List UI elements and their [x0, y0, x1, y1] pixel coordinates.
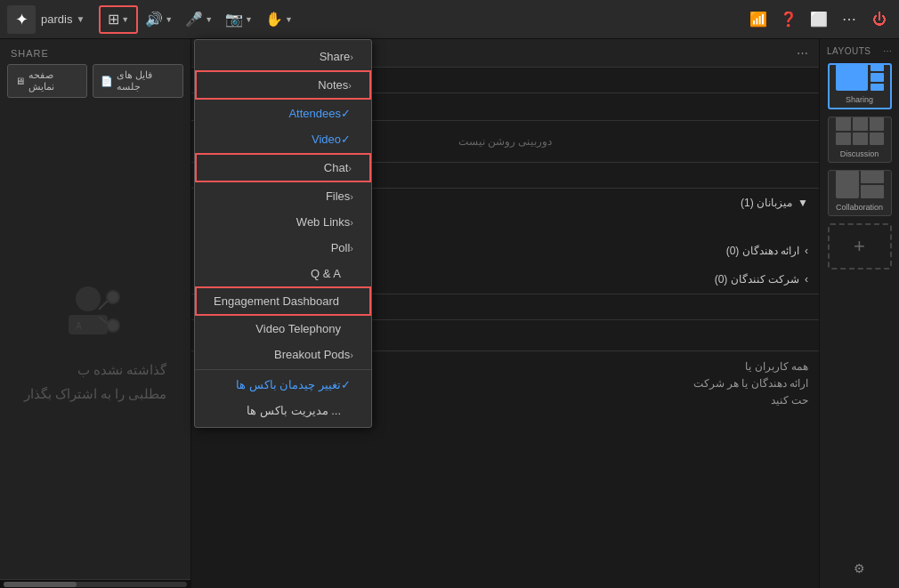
more-options-button[interactable]: ⋯ — [837, 7, 862, 32]
svg-rect-7 — [836, 63, 868, 91]
help-icon[interactable]: ❓ — [776, 7, 801, 32]
svg-rect-14 — [836, 133, 851, 145]
svg-text:A: A — [76, 321, 82, 331]
screen-share-button[interactable]: 🖥 صفحه نمایش — [7, 64, 87, 98]
collaboration-layout-preview — [829, 170, 891, 203]
discussion-layout-preview — [829, 117, 891, 149]
camera-button[interactable]: 📷 ▼ — [220, 5, 258, 34]
menu-item-engagement[interactable]: Engagement Dashboard — [195, 286, 371, 316]
chevron-right-icon: › — [805, 245, 808, 257]
chevron-down-icon: ▼ — [798, 197, 808, 209]
app-logo: ✦ — [7, 5, 36, 34]
menu-item-chat[interactable]: Chat › — [195, 153, 371, 182]
sharing-label: Sharing — [846, 95, 873, 104]
left-content: A گذاشته نشده ب مطلبی را به اشتراک بگذار — [0, 105, 190, 579]
check-icon: ✓ — [341, 107, 353, 120]
svg-rect-9 — [871, 73, 884, 82]
host-more-button[interactable]: ⋯ — [797, 46, 808, 60]
right-panel: LAYOUTS ⋯ Sharing — [819, 39, 899, 588]
share-illustration: A — [0, 279, 190, 350]
svg-rect-1 — [69, 315, 108, 334]
grid-icon: ⊞ — [108, 11, 119, 28]
chevron-right-icon: › — [350, 217, 353, 228]
svg-rect-11 — [836, 117, 851, 131]
svg-rect-16 — [870, 133, 884, 145]
menu-item-attendees[interactable]: Attendees ✓ — [195, 101, 371, 126]
topbar: ✦ pardis ▼ ⊞ ▼ 🔊 ▼ 🎤 ▼ 📷 ▼ ✋ ▼ 📶 ❓ ⬜ ⋯ ⏻ — [0, 0, 899, 39]
camera-icon: 📷 — [225, 11, 243, 28]
topbar-right: 📶 ❓ ⬜ ⋯ ⏻ — [746, 7, 892, 32]
chevron-right-icon: › — [350, 243, 353, 254]
screen-icon: 🖥 — [15, 76, 25, 86]
apps-menu-button[interactable]: ⊞ ▼ — [99, 5, 138, 34]
check-icon: ✓ — [341, 133, 353, 146]
layout-collaboration[interactable]: Collaboration — [828, 170, 892, 216]
left-bg-text: گذاشته نشده ب مطلبی را به اشتراک بگذار — [10, 358, 182, 406]
sharing-layout-preview — [830, 63, 890, 95]
menu-item-manage-pods[interactable]: مدیریت باکس ها ... — [195, 398, 371, 423]
file-share-button[interactable]: 📄 فایل های جلسه — [93, 64, 183, 98]
menu-item-telephony[interactable]: Video Telephony — [195, 316, 371, 342]
mic-button[interactable]: 🎤 ▼ — [180, 5, 218, 34]
signal-icon: 📶 — [746, 7, 771, 32]
right-footer: ⚙ — [823, 556, 895, 581]
chevron-right-icon: › — [350, 350, 353, 360]
hand-button[interactable]: ✋ ▼ — [260, 5, 298, 34]
chevron-right-icon: › — [348, 163, 352, 173]
chevron-right-icon: › — [805, 273, 808, 286]
svg-rect-17 — [836, 170, 859, 198]
share-buttons: 🖥 صفحه نمایش 📄 فایل های جلسه — [0, 64, 190, 105]
svg-rect-15 — [853, 133, 868, 145]
svg-point-0 — [76, 286, 101, 311]
layouts-header: LAYOUTS ⋯ — [823, 46, 895, 63]
file-icon: 📄 — [101, 76, 113, 87]
svg-rect-18 — [861, 170, 884, 183]
menu-item-weblinks[interactable]: Web Links › — [195, 209, 371, 235]
svg-point-2 — [107, 291, 119, 303]
app-dropdown-arrow[interactable]: ▼ — [76, 14, 85, 24]
svg-rect-13 — [870, 117, 884, 131]
dropdown-menu: Share › Notes › Attendees ✓ Video ✓ Chat… — [194, 39, 372, 428]
audio-button[interactable]: 🔊 ▼ — [140, 5, 178, 34]
power-button[interactable]: ⏻ — [867, 7, 892, 32]
scrollbar-track[interactable] — [4, 582, 187, 587]
svg-rect-10 — [871, 84, 884, 91]
svg-point-3 — [107, 319, 119, 332]
svg-rect-8 — [871, 63, 884, 71]
main-layout: SHARE 🖥 صفحه نمایش 📄 فایل های جلسه — [0, 39, 899, 588]
settings-button[interactable]: ⚙ — [847, 556, 872, 581]
menu-item-notes[interactable]: Notes › — [195, 70, 371, 100]
horizontal-scrollbar[interactable] — [0, 579, 190, 588]
app-name: pardis — [41, 12, 72, 26]
menu-item-layout-change[interactable]: تغییر چیدمان باکس ها ✓ — [195, 372, 371, 398]
check-icon: ✓ — [341, 378, 353, 391]
chevron-right-icon: › — [350, 191, 353, 202]
chevron-right-icon: › — [350, 52, 353, 62]
mic-icon: 🎤 — [185, 11, 203, 28]
audio-icon: 🔊 — [145, 11, 163, 28]
menu-item-poll[interactable]: Poll › — [195, 235, 371, 261]
menu-item-video[interactable]: Video ✓ — [195, 126, 371, 152]
hand-icon: ✋ — [265, 11, 283, 28]
menu-divider — [195, 369, 371, 370]
screen-share-icon[interactable]: ⬜ — [806, 7, 831, 32]
chevron-right-icon: › — [348, 80, 352, 91]
menu-item-share[interactable]: Share › — [195, 44, 371, 69]
menu-item-breakout[interactable]: Breakout Pods › — [195, 342, 371, 367]
menu-item-qa[interactable]: Q & A — [195, 261, 371, 286]
svg-rect-19 — [861, 185, 884, 198]
menu-item-files[interactable]: Files › — [195, 183, 371, 209]
add-layout-button[interactable]: + — [828, 223, 892, 270]
layouts-more-button[interactable]: ⋯ — [883, 46, 893, 56]
svg-rect-12 — [853, 117, 868, 131]
gear-icon: ⚙ — [854, 561, 865, 576]
layout-sharing[interactable]: Sharing — [828, 63, 892, 109]
collaboration-label: Collaboration — [836, 203, 883, 212]
discussion-label: Discussion — [840, 149, 879, 158]
scrollbar-thumb — [4, 582, 77, 587]
left-panel: SHARE 🖥 صفحه نمایش 📄 فایل های جلسه — [0, 39, 191, 588]
share-header: SHARE — [0, 39, 190, 64]
layout-discussion[interactable]: Discussion — [828, 117, 892, 163]
layouts-title: LAYOUTS — [827, 46, 871, 56]
